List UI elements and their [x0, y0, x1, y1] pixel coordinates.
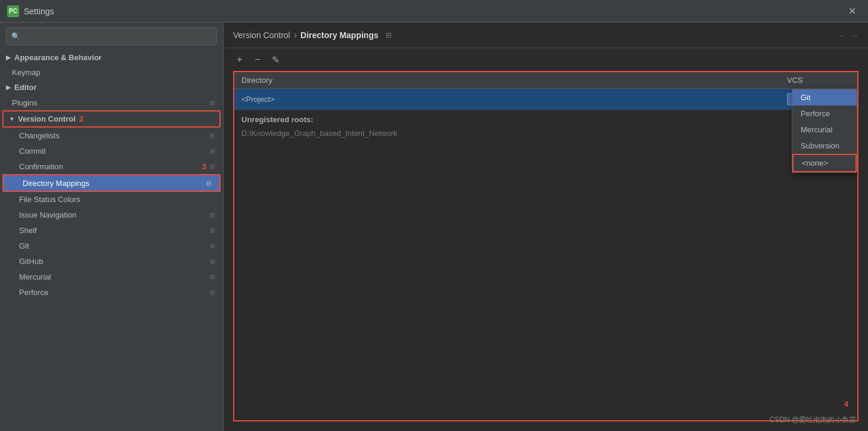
- sidebar-item-label: Editor: [14, 83, 37, 92]
- sidebar-item-issue-navigation[interactable]: Issue Navigation ⊟: [0, 207, 223, 222]
- nav-back-button[interactable]: ←: [838, 31, 846, 40]
- sidebar-item-label: Git: [19, 241, 207, 250]
- sidebar-item-label: Shelf: [19, 226, 207, 235]
- vcs-option-none[interactable]: <none>: [792, 154, 857, 172]
- sidebar-item-label: Plugins: [12, 98, 207, 107]
- sidebar-item-commit[interactable]: Commit ⊟: [0, 143, 223, 159]
- sidebar-item-version-control[interactable]: ▼ Version Control 2: [2, 110, 221, 128]
- sidebar: 🔍 ▶ Appearance & Behavior Keymap ▶ Edito…: [0, 23, 224, 431]
- vcs-dropdown-popup: Git Perforce Mercurial Subversion <none>: [792, 89, 857, 173]
- main-content: Version Control › Directory Mappings ⊟ ←…: [224, 23, 868, 431]
- sidebar-item-file-status-colors[interactable]: File Status Colors: [0, 192, 223, 207]
- breadcrumb-part1: Version Control: [233, 30, 290, 40]
- sidebar-item-perforce[interactable]: Perforce ⊟: [0, 284, 223, 300]
- settings-icon: ⊟: [204, 178, 213, 188]
- sidebar-item-label: Keymap: [12, 68, 217, 77]
- table-row[interactable]: <Project> Git ▼ Git Perforce Mercurial S…: [234, 89, 857, 110]
- title-bar: PC Settings ✕: [0, 0, 868, 23]
- sidebar-item-label: Appearance & Behavior: [14, 53, 102, 62]
- chevron-down-icon: ▼: [8, 116, 16, 123]
- sidebar-item-label: Version Control: [18, 114, 76, 123]
- sidebar-item-label: Perforce: [19, 288, 207, 297]
- search-icon: 🔍: [11, 32, 20, 41]
- breadcrumb-part2: Directory Mappings: [300, 30, 379, 40]
- settings-icon: ⊟: [207, 225, 217, 235]
- remove-button[interactable]: −: [251, 53, 264, 66]
- sidebar-item-label: Mercurial: [19, 272, 207, 281]
- sidebar-item-confirmation[interactable]: Confirmation ⊟ 3: [0, 159, 223, 174]
- sidebar-item-directory-mappings[interactable]: Directory Mappings ⊟: [2, 174, 221, 192]
- search-input[interactable]: [24, 32, 212, 41]
- sidebar-item-github[interactable]: GitHub ⊟: [0, 253, 223, 269]
- toolbar: + − ✎: [224, 48, 868, 71]
- sidebar-item-plugins[interactable]: Plugins ⊟: [0, 95, 223, 110]
- settings-icon: ⊟: [207, 287, 217, 297]
- sidebar-item-label: Changelists: [19, 131, 207, 140]
- breadcrumb-separator: ›: [294, 30, 297, 41]
- sidebar-item-label: Confirmation: [19, 162, 207, 171]
- settings-icon: ⊟: [207, 98, 217, 107]
- settings-icon: ⊟: [207, 162, 217, 171]
- sidebar-item-editor[interactable]: ▶ Editor: [0, 80, 223, 95]
- cell-directory: <Project>: [234, 91, 780, 108]
- sidebar-item-label: File Status Colors: [19, 195, 217, 204]
- sidebar-item-label: Directory Mappings: [23, 179, 204, 188]
- sidebar-item-label: Issue Navigation: [19, 210, 207, 219]
- app-icon: PC: [7, 5, 19, 17]
- sidebar-item-git[interactable]: Git ⊟: [0, 238, 223, 253]
- settings-icon: ⊟: [207, 241, 217, 250]
- breadcrumb-icon: ⊟: [386, 31, 392, 39]
- cell-vcs: Git ▼ Git Perforce Mercurial Subversion …: [780, 89, 857, 110]
- table-header: Directory VCS: [234, 72, 857, 89]
- nav-arrows: ← →: [838, 31, 858, 40]
- sidebar-item-shelf[interactable]: Shelf ⊟: [0, 222, 223, 238]
- col-header-vcs: VCS: [780, 76, 857, 85]
- sidebar-item-keymap[interactable]: Keymap: [0, 65, 223, 80]
- window-title: Settings: [24, 7, 844, 16]
- chevron-right-icon: ▶: [5, 54, 12, 61]
- vcs-option-subversion[interactable]: Subversion: [792, 138, 857, 154]
- sidebar-item-changelists[interactable]: Changelists ⊟: [0, 128, 223, 143]
- settings-icon: ⊟: [207, 210, 217, 219]
- main-layout: 🔍 ▶ Appearance & Behavior Keymap ▶ Edito…: [0, 23, 868, 431]
- badge-2: 2: [79, 114, 83, 123]
- unregistered-roots-label: Unregistered roots:: [234, 110, 857, 126]
- directory-mappings-table: Directory VCS <Project> Git ▼ Git Perfor…: [233, 71, 858, 421]
- settings-icon: ⊟: [207, 272, 217, 281]
- settings-icon: ⊟: [207, 131, 217, 140]
- add-button[interactable]: +: [233, 53, 246, 66]
- sidebar-item-label: Commit: [19, 147, 207, 156]
- vcs-option-perforce[interactable]: Perforce: [792, 106, 857, 122]
- chevron-right-icon: ▶: [5, 84, 12, 91]
- vcs-option-mercurial[interactable]: Mercurial: [792, 122, 857, 138]
- badge-4: 4: [844, 399, 848, 408]
- sidebar-item-label: GitHub: [19, 257, 207, 266]
- settings-icon: ⊟: [207, 146, 217, 156]
- vcs-option-git[interactable]: Git: [792, 89, 857, 106]
- sidebar-item-mercurial[interactable]: Mercurial ⊟: [0, 269, 223, 284]
- badge-3: 3: [202, 162, 206, 171]
- close-button[interactable]: ✕: [844, 3, 861, 19]
- settings-icon: ⊟: [207, 256, 217, 266]
- edit-button[interactable]: ✎: [269, 53, 282, 66]
- sidebar-list: ▶ Appearance & Behavior Keymap ▶ Editor …: [0, 50, 223, 431]
- sidebar-item-appearance-behavior[interactable]: ▶ Appearance & Behavior: [0, 50, 223, 65]
- footer-watermark: CSDN @爱吐泡泡的小鱼苗: [769, 415, 856, 425]
- nav-forward-button[interactable]: →: [851, 31, 858, 40]
- unregistered-path: D:\Knowledge_Graph_based_Intent_Network: [234, 126, 857, 140]
- col-header-directory: Directory: [234, 76, 780, 85]
- breadcrumb: Version Control › Directory Mappings ⊟ ←…: [224, 23, 868, 48]
- search-box[interactable]: 🔍: [6, 27, 217, 45]
